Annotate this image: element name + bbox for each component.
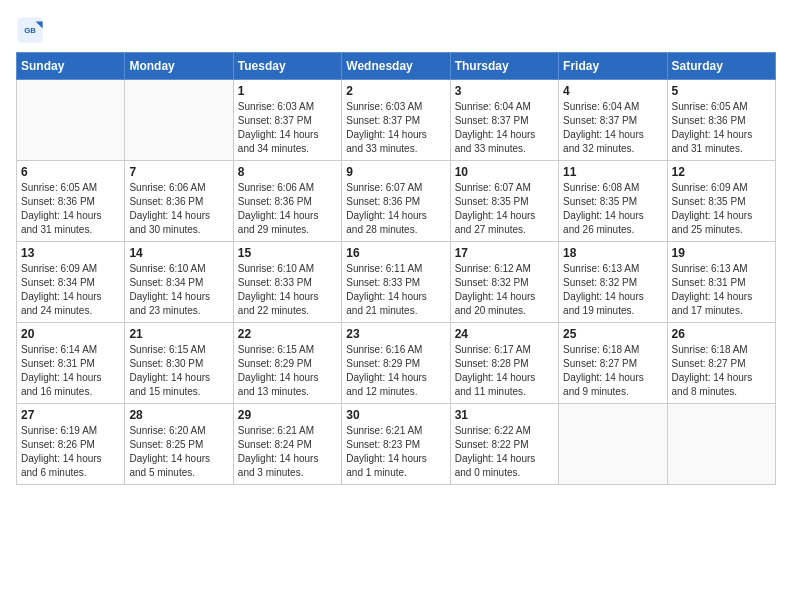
calendar-cell: 10Sunrise: 6:07 AM Sunset: 8:35 PM Dayli… [450, 161, 558, 242]
day-number: 31 [455, 408, 554, 422]
day-info: Sunrise: 6:07 AM Sunset: 8:35 PM Dayligh… [455, 181, 554, 237]
calendar-cell: 21Sunrise: 6:15 AM Sunset: 8:30 PM Dayli… [125, 323, 233, 404]
day-info: Sunrise: 6:05 AM Sunset: 8:36 PM Dayligh… [21, 181, 120, 237]
day-number: 23 [346, 327, 445, 341]
day-info: Sunrise: 6:07 AM Sunset: 8:36 PM Dayligh… [346, 181, 445, 237]
page-header: GB [16, 16, 776, 44]
calendar-cell: 14Sunrise: 6:10 AM Sunset: 8:34 PM Dayli… [125, 242, 233, 323]
day-info: Sunrise: 6:06 AM Sunset: 8:36 PM Dayligh… [238, 181, 337, 237]
logo-icon: GB [16, 16, 44, 44]
calendar-cell [559, 404, 667, 485]
calendar-cell: 23Sunrise: 6:16 AM Sunset: 8:29 PM Dayli… [342, 323, 450, 404]
day-number: 14 [129, 246, 228, 260]
week-row-4: 20Sunrise: 6:14 AM Sunset: 8:31 PM Dayli… [17, 323, 776, 404]
calendar-cell: 19Sunrise: 6:13 AM Sunset: 8:31 PM Dayli… [667, 242, 775, 323]
day-number: 8 [238, 165, 337, 179]
day-info: Sunrise: 6:09 AM Sunset: 8:34 PM Dayligh… [21, 262, 120, 318]
calendar-cell: 13Sunrise: 6:09 AM Sunset: 8:34 PM Dayli… [17, 242, 125, 323]
day-number: 3 [455, 84, 554, 98]
calendar-cell: 7Sunrise: 6:06 AM Sunset: 8:36 PM Daylig… [125, 161, 233, 242]
weekday-header-wednesday: Wednesday [342, 53, 450, 80]
day-info: Sunrise: 6:15 AM Sunset: 8:30 PM Dayligh… [129, 343, 228, 399]
day-number: 4 [563, 84, 662, 98]
day-info: Sunrise: 6:15 AM Sunset: 8:29 PM Dayligh… [238, 343, 337, 399]
day-info: Sunrise: 6:06 AM Sunset: 8:36 PM Dayligh… [129, 181, 228, 237]
weekday-header-friday: Friday [559, 53, 667, 80]
weekday-header-monday: Monday [125, 53, 233, 80]
day-info: Sunrise: 6:21 AM Sunset: 8:23 PM Dayligh… [346, 424, 445, 480]
week-row-3: 13Sunrise: 6:09 AM Sunset: 8:34 PM Dayli… [17, 242, 776, 323]
calendar-cell: 16Sunrise: 6:11 AM Sunset: 8:33 PM Dayli… [342, 242, 450, 323]
day-number: 20 [21, 327, 120, 341]
day-number: 28 [129, 408, 228, 422]
day-info: Sunrise: 6:03 AM Sunset: 8:37 PM Dayligh… [238, 100, 337, 156]
day-info: Sunrise: 6:10 AM Sunset: 8:33 PM Dayligh… [238, 262, 337, 318]
day-info: Sunrise: 6:08 AM Sunset: 8:35 PM Dayligh… [563, 181, 662, 237]
day-info: Sunrise: 6:04 AM Sunset: 8:37 PM Dayligh… [455, 100, 554, 156]
day-info: Sunrise: 6:18 AM Sunset: 8:27 PM Dayligh… [563, 343, 662, 399]
calendar-cell: 9Sunrise: 6:07 AM Sunset: 8:36 PM Daylig… [342, 161, 450, 242]
day-info: Sunrise: 6:19 AM Sunset: 8:26 PM Dayligh… [21, 424, 120, 480]
calendar-cell: 30Sunrise: 6:21 AM Sunset: 8:23 PM Dayli… [342, 404, 450, 485]
day-number: 30 [346, 408, 445, 422]
weekday-header-thursday: Thursday [450, 53, 558, 80]
calendar-cell: 5Sunrise: 6:05 AM Sunset: 8:36 PM Daylig… [667, 80, 775, 161]
day-info: Sunrise: 6:10 AM Sunset: 8:34 PM Dayligh… [129, 262, 228, 318]
day-info: Sunrise: 6:20 AM Sunset: 8:25 PM Dayligh… [129, 424, 228, 480]
calendar-cell [667, 404, 775, 485]
day-info: Sunrise: 6:09 AM Sunset: 8:35 PM Dayligh… [672, 181, 771, 237]
day-number: 17 [455, 246, 554, 260]
calendar-cell: 6Sunrise: 6:05 AM Sunset: 8:36 PM Daylig… [17, 161, 125, 242]
day-number: 16 [346, 246, 445, 260]
logo: GB [16, 16, 48, 44]
calendar-cell: 2Sunrise: 6:03 AM Sunset: 8:37 PM Daylig… [342, 80, 450, 161]
day-number: 15 [238, 246, 337, 260]
calendar-cell: 15Sunrise: 6:10 AM Sunset: 8:33 PM Dayli… [233, 242, 341, 323]
day-number: 26 [672, 327, 771, 341]
day-info: Sunrise: 6:18 AM Sunset: 8:27 PM Dayligh… [672, 343, 771, 399]
day-info: Sunrise: 6:13 AM Sunset: 8:32 PM Dayligh… [563, 262, 662, 318]
day-info: Sunrise: 6:16 AM Sunset: 8:29 PM Dayligh… [346, 343, 445, 399]
day-number: 21 [129, 327, 228, 341]
day-number: 27 [21, 408, 120, 422]
day-number: 5 [672, 84, 771, 98]
day-number: 18 [563, 246, 662, 260]
day-number: 6 [21, 165, 120, 179]
day-number: 2 [346, 84, 445, 98]
calendar-cell: 28Sunrise: 6:20 AM Sunset: 8:25 PM Dayli… [125, 404, 233, 485]
day-info: Sunrise: 6:21 AM Sunset: 8:24 PM Dayligh… [238, 424, 337, 480]
calendar-cell: 17Sunrise: 6:12 AM Sunset: 8:32 PM Dayli… [450, 242, 558, 323]
day-number: 7 [129, 165, 228, 179]
day-number: 10 [455, 165, 554, 179]
day-number: 9 [346, 165, 445, 179]
calendar: SundayMondayTuesdayWednesdayThursdayFrid… [16, 52, 776, 485]
weekday-header-saturday: Saturday [667, 53, 775, 80]
calendar-cell: 3Sunrise: 6:04 AM Sunset: 8:37 PM Daylig… [450, 80, 558, 161]
day-info: Sunrise: 6:05 AM Sunset: 8:36 PM Dayligh… [672, 100, 771, 156]
day-info: Sunrise: 6:14 AM Sunset: 8:31 PM Dayligh… [21, 343, 120, 399]
calendar-cell: 8Sunrise: 6:06 AM Sunset: 8:36 PM Daylig… [233, 161, 341, 242]
week-row-2: 6Sunrise: 6:05 AM Sunset: 8:36 PM Daylig… [17, 161, 776, 242]
calendar-cell: 26Sunrise: 6:18 AM Sunset: 8:27 PM Dayli… [667, 323, 775, 404]
day-info: Sunrise: 6:12 AM Sunset: 8:32 PM Dayligh… [455, 262, 554, 318]
day-info: Sunrise: 6:17 AM Sunset: 8:28 PM Dayligh… [455, 343, 554, 399]
calendar-cell: 18Sunrise: 6:13 AM Sunset: 8:32 PM Dayli… [559, 242, 667, 323]
day-number: 13 [21, 246, 120, 260]
day-number: 1 [238, 84, 337, 98]
svg-text:GB: GB [24, 26, 36, 35]
calendar-cell [125, 80, 233, 161]
day-number: 12 [672, 165, 771, 179]
weekday-header-row: SundayMondayTuesdayWednesdayThursdayFrid… [17, 53, 776, 80]
calendar-cell: 31Sunrise: 6:22 AM Sunset: 8:22 PM Dayli… [450, 404, 558, 485]
calendar-cell: 11Sunrise: 6:08 AM Sunset: 8:35 PM Dayli… [559, 161, 667, 242]
day-number: 19 [672, 246, 771, 260]
calendar-cell: 22Sunrise: 6:15 AM Sunset: 8:29 PM Dayli… [233, 323, 341, 404]
calendar-cell: 1Sunrise: 6:03 AM Sunset: 8:37 PM Daylig… [233, 80, 341, 161]
calendar-cell: 24Sunrise: 6:17 AM Sunset: 8:28 PM Dayli… [450, 323, 558, 404]
day-number: 29 [238, 408, 337, 422]
day-info: Sunrise: 6:13 AM Sunset: 8:31 PM Dayligh… [672, 262, 771, 318]
day-info: Sunrise: 6:04 AM Sunset: 8:37 PM Dayligh… [563, 100, 662, 156]
week-row-5: 27Sunrise: 6:19 AM Sunset: 8:26 PM Dayli… [17, 404, 776, 485]
day-info: Sunrise: 6:22 AM Sunset: 8:22 PM Dayligh… [455, 424, 554, 480]
calendar-cell: 29Sunrise: 6:21 AM Sunset: 8:24 PM Dayli… [233, 404, 341, 485]
